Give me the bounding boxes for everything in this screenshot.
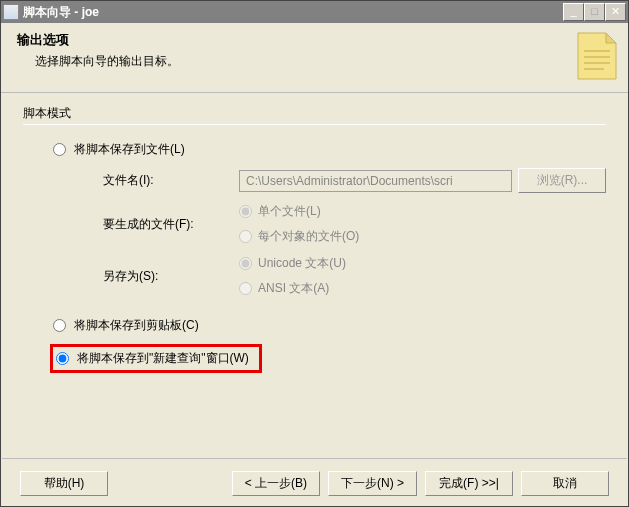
files-to-generate-label: 要生成的文件(F): xyxy=(103,216,233,233)
window-buttons: _ □ ✕ xyxy=(563,3,626,21)
radio-ansi xyxy=(239,282,252,295)
save-as-label: 另存为(S): xyxy=(103,268,233,285)
titlebar: 脚本向导 - joe _ □ ✕ xyxy=(1,1,628,23)
next-button[interactable]: 下一步(N) > xyxy=(328,471,417,496)
option-single-file: 单个文件(L) xyxy=(239,203,606,220)
wizard-footer: 帮助(H) < 上一步(B) 下一步(N) > 完成(F) >>| 取消 xyxy=(2,458,627,496)
label-save-to-clipboard: 将脚本保存到剪贴板(C) xyxy=(74,317,199,334)
maximize-button: □ xyxy=(584,3,605,21)
page-subtitle: 选择脚本向导的输出目标。 xyxy=(35,53,612,70)
radio-unicode xyxy=(239,257,252,270)
wizard-window: 脚本向导 - joe _ □ ✕ 输出选项 选择脚本向导的输出目标。 脚本模式 … xyxy=(0,0,629,507)
label-save-to-new-query: 将脚本保存到"新建查询"窗口(W) xyxy=(77,350,249,367)
window-title: 脚本向导 - joe xyxy=(23,4,563,21)
label-save-to-file: 将脚本保存到文件(L) xyxy=(74,141,185,158)
wizard-body: 脚本模式 将脚本保存到文件(L) 文件名(I): 浏览(R)... 要生成的文件… xyxy=(1,93,628,453)
radio-per-object-file xyxy=(239,230,252,243)
back-button[interactable]: < 上一步(B) xyxy=(232,471,320,496)
help-button[interactable]: 帮助(H) xyxy=(20,471,108,496)
cancel-button[interactable]: 取消 xyxy=(521,471,609,496)
browse-button: 浏览(R)... xyxy=(518,168,606,193)
file-path-input xyxy=(239,170,512,192)
option-save-to-clipboard[interactable]: 将脚本保存到剪贴板(C) xyxy=(23,313,606,338)
close-button[interactable]: ✕ xyxy=(605,3,626,21)
file-options-panel: 文件名(I): 浏览(R)... 要生成的文件(F): 单个文件(L) 每个对象… xyxy=(103,162,606,303)
option-per-object-file: 每个对象的文件(O) xyxy=(239,228,606,245)
radio-single-file xyxy=(239,205,252,218)
option-unicode: Unicode 文本(U) xyxy=(239,255,606,272)
option-save-to-file[interactable]: 将脚本保存到文件(L) xyxy=(23,137,606,162)
file-name-label: 文件名(I): xyxy=(103,172,233,189)
minimize-button[interactable]: _ xyxy=(563,3,584,21)
option-ansi: ANSI 文本(A) xyxy=(239,280,606,297)
radio-save-to-file[interactable] xyxy=(53,143,66,156)
app-icon xyxy=(3,4,19,20)
divider xyxy=(23,124,606,125)
finish-button[interactable]: 完成(F) >>| xyxy=(425,471,513,496)
wizard-header: 输出选项 选择脚本向导的输出目标。 xyxy=(1,23,628,93)
document-icon xyxy=(574,29,618,81)
fieldset-label: 脚本模式 xyxy=(23,105,606,122)
radio-save-to-clipboard[interactable] xyxy=(53,319,66,332)
radio-save-to-new-query[interactable] xyxy=(56,352,69,365)
page-title: 输出选项 xyxy=(17,31,612,49)
option-save-to-new-query-highlight: 将脚本保存到"新建查询"窗口(W) xyxy=(50,344,262,373)
